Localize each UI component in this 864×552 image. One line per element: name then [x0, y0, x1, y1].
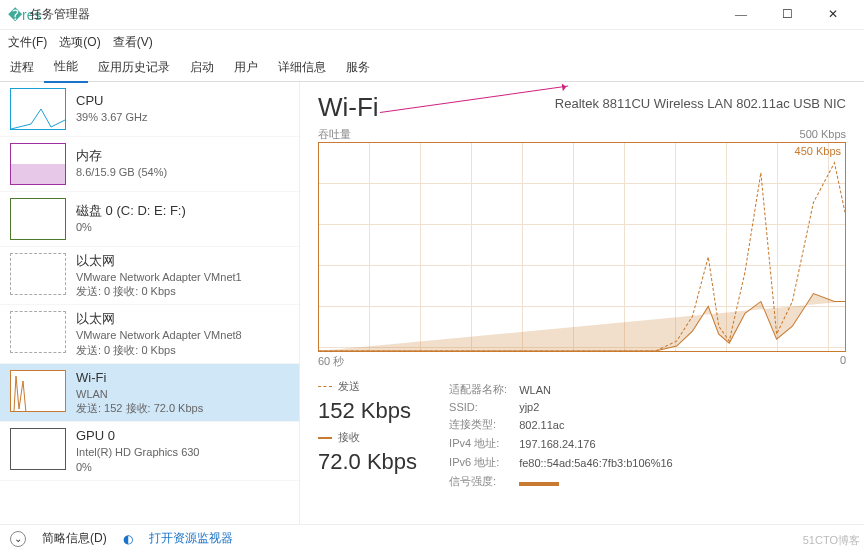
eth1-sub: VMware Network Adapter VMnet1	[76, 270, 242, 284]
send-value: 152 Kbps	[318, 398, 417, 424]
gpu-name: GPU 0	[76, 428, 200, 445]
app-icon: �res	[8, 7, 24, 23]
send-legend-icon	[318, 386, 332, 387]
sidebar-item-memory[interactable]: 内存8.6/15.9 GB (54%)	[0, 137, 299, 192]
chart-xright: 0	[840, 354, 846, 369]
sidebar-item-eth2[interactable]: 以太网VMware Network Adapter VMnet8发送: 0 接收…	[0, 305, 299, 363]
gpu-thumb	[10, 428, 66, 470]
wifi-sub2: 发送: 152 接收: 72.0 Kbps	[76, 401, 203, 415]
recv-value: 72.0 Kbps	[318, 449, 417, 475]
eth1-name: 以太网	[76, 253, 242, 270]
gpu-sub2: 0%	[76, 460, 200, 474]
tab-app-history[interactable]: 应用历史记录	[88, 53, 180, 82]
tab-performance[interactable]: 性能	[44, 52, 88, 83]
tab-startup[interactable]: 启动	[180, 53, 224, 82]
connection-properties: 适配器名称:WLAN SSID:yjp2 连接类型:802.11ac IPv4 …	[447, 379, 685, 492]
wifi-sub: WLAN	[76, 387, 203, 401]
sidebar-item-cpu[interactable]: CPU39% 3.67 GHz	[0, 82, 299, 137]
eth2-name: 以太网	[76, 311, 242, 328]
send-label: 发送	[338, 379, 360, 394]
prop-ssid: SSID:yjp2	[449, 400, 683, 414]
performance-sidebar: CPU39% 3.67 GHz 内存8.6/15.9 GB (54%) 磁盘 0…	[0, 82, 300, 524]
recv-label: 接收	[338, 430, 360, 445]
adapter-name-full: Realtek 8811CU Wireless LAN 802.11ac USB…	[555, 96, 846, 111]
recv-legend-icon	[318, 437, 332, 439]
prop-ipv6: IPv6 地址:fe80::54ad:5a46:7fb3:b106%16	[449, 454, 683, 471]
chart-xleft: 60 秒	[318, 354, 344, 369]
eth2-sub: VMware Network Adapter VMnet8	[76, 328, 242, 342]
disk-sub: 0%	[76, 220, 186, 234]
tab-processes[interactable]: 进程	[0, 53, 44, 82]
eth1-thumb	[10, 253, 66, 295]
mem-thumb	[10, 143, 66, 185]
menu-options[interactable]: 选项(O)	[59, 34, 100, 51]
prop-signal: 信号强度:	[449, 473, 683, 490]
minimize-button[interactable]: —	[718, 0, 764, 30]
sidebar-item-wifi[interactable]: Wi-FiWLAN发送: 152 接收: 72.0 Kbps	[0, 364, 299, 422]
prop-ipv4: IPv4 地址:197.168.24.176	[449, 435, 683, 452]
gpu-sub: Intel(R) HD Graphics 630	[76, 445, 200, 459]
close-button[interactable]: ✕	[810, 0, 856, 30]
throughput-numbers: 发送 152 Kbps 接收 72.0 Kbps	[318, 379, 417, 492]
menu-file[interactable]: 文件(F)	[8, 34, 47, 51]
watermark: 51CTO博客	[803, 533, 860, 548]
main-panel: Wi-Fi Realtek 8811CU Wireless LAN 802.11…	[300, 82, 864, 524]
eth2-thumb	[10, 311, 66, 353]
signal-bars-icon	[519, 482, 559, 486]
cpu-name: CPU	[76, 93, 148, 110]
maximize-button[interactable]: ☐	[764, 0, 810, 30]
sidebar-item-disk[interactable]: 磁盘 0 (C: D: E: F:)0%	[0, 192, 299, 247]
footer-bar: ⌄ 简略信息(D) ◐ 打开资源监视器	[0, 524, 864, 552]
tab-bar: 进程 性能 应用历史记录 启动 用户 详细信息 服务	[0, 54, 864, 82]
cpu-thumb	[10, 88, 66, 130]
sidebar-item-eth1[interactable]: 以太网VMware Network Adapter VMnet1发送: 0 接收…	[0, 247, 299, 305]
menu-bar: 文件(F) 选项(O) 查看(V)	[0, 30, 864, 54]
eth1-sub2: 发送: 0 接收: 0 Kbps	[76, 284, 242, 298]
wifi-name: Wi-Fi	[76, 370, 203, 387]
svg-rect-0	[11, 164, 65, 184]
mem-name: 内存	[76, 148, 167, 165]
eth2-sub2: 发送: 0 接收: 0 Kbps	[76, 343, 242, 357]
disk-name: 磁盘 0 (C: D: E: F:)	[76, 203, 186, 220]
tab-services[interactable]: 服务	[336, 53, 380, 82]
tab-details[interactable]: 详细信息	[268, 53, 336, 82]
mem-sub: 8.6/15.9 GB (54%)	[76, 165, 167, 179]
title-bar: �res 任务管理器 — ☐ ✕	[0, 0, 864, 30]
menu-view[interactable]: 查看(V)	[113, 34, 153, 51]
throughput-chart: 450 Kbps	[318, 142, 846, 352]
cpu-sub: 39% 3.67 GHz	[76, 110, 148, 124]
sidebar-item-gpu[interactable]: GPU 0Intel(R) HD Graphics 6300%	[0, 422, 299, 480]
tab-users[interactable]: 用户	[224, 53, 268, 82]
window-title: 任务管理器	[30, 6, 718, 23]
wifi-thumb	[10, 370, 66, 412]
chart-ymax: 500 Kbps	[318, 128, 846, 140]
prop-conn-type: 连接类型:802.11ac	[449, 416, 683, 433]
prop-adapter: 适配器名称:WLAN	[449, 381, 683, 398]
disk-thumb	[10, 198, 66, 240]
collapse-icon[interactable]: ⌄	[10, 531, 26, 547]
fewer-details-link[interactable]: 简略信息(D)	[42, 530, 107, 547]
open-resmon-link[interactable]: 打开资源监视器	[149, 530, 233, 547]
resmon-icon: ◐	[123, 532, 133, 546]
